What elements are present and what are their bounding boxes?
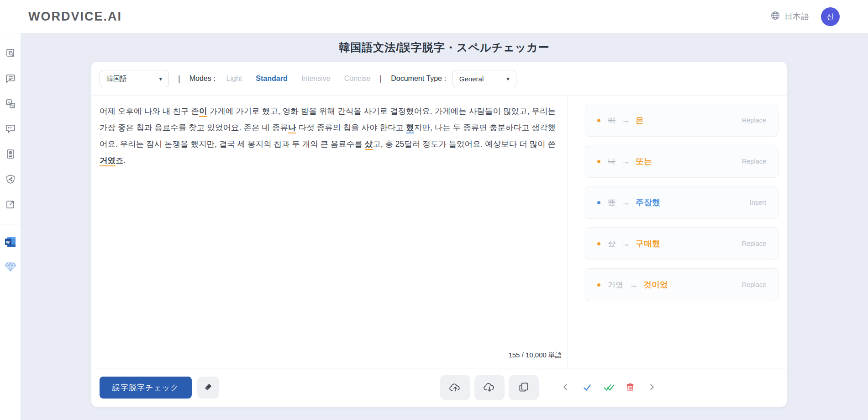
editor-text-segment: 어제 오후에 나와 내 친구 존 xyxy=(100,106,199,116)
mode-standard[interactable]: Standard xyxy=(256,74,287,83)
sidebar-item-proofreading[interactable] xyxy=(4,47,17,60)
cloud-upload-icon xyxy=(449,381,462,395)
document-type-select[interactable]: General ▾ xyxy=(452,70,516,87)
correction-mark[interactable]: 이 xyxy=(199,106,207,117)
trash-icon xyxy=(625,382,635,393)
page-title: 韓国語文法/誤字脱字・スペルチェッカー xyxy=(21,40,868,55)
mode-light[interactable]: Light xyxy=(226,74,242,83)
tools-sidebar: A 文 xyxy=(0,33,21,420)
suggestion-action-label[interactable]: Replace xyxy=(742,240,766,247)
user-avatar[interactable]: 신 xyxy=(821,7,840,26)
copy-icon xyxy=(518,381,530,394)
chevron-down-icon: ▾ xyxy=(501,75,510,82)
main-area: 韓国語文法/誤字脱字・スペルチェッカー 韓国語 ▾ | Modes : Ligh… xyxy=(21,33,868,407)
suggestion-card[interactable]: 나 → 또는 Replace xyxy=(585,145,779,178)
sidebar-item-summary[interactable] xyxy=(4,72,17,85)
cloud-download-icon xyxy=(483,381,496,395)
next-suggestion-button[interactable] xyxy=(646,382,658,393)
suggestion-original: 했 xyxy=(608,197,615,208)
upload-button[interactable] xyxy=(440,375,470,400)
suggestion-bullet xyxy=(597,283,600,287)
svg-text:文: 文 xyxy=(11,104,15,108)
suggestion-card[interactable]: 샀 → 구매했 Replace xyxy=(585,227,779,260)
suggestion-replacement: 것이었 xyxy=(643,279,668,290)
language-select-value: 韓国語 xyxy=(106,74,127,83)
suggestion-action-label[interactable]: Replace xyxy=(742,281,766,288)
arrow-right-icon: → xyxy=(621,239,630,249)
suggestion-action-label[interactable]: Replace xyxy=(742,158,766,165)
ui-language-label: 日本語 xyxy=(784,11,809,22)
sidebar-item-ai-detector[interactable] xyxy=(4,173,17,186)
correction-mark[interactable]: 샀 xyxy=(365,139,373,150)
clear-text-button[interactable] xyxy=(197,377,219,399)
suggestion-action-label[interactable]: Insert xyxy=(750,199,766,206)
actions-footer: 誤字脱字チェック xyxy=(91,368,787,407)
word-count: 155 / 10,000 単語 xyxy=(508,351,562,360)
double-check-icon xyxy=(603,382,614,393)
arrow-right-icon: → xyxy=(629,280,637,290)
sidebar-item-translate[interactable]: A 文 xyxy=(4,97,17,110)
editor-text[interactable]: 어제 오후에 나와 내 친구 존이 가게에 가기로 했고, 영화 밤을 위해 간… xyxy=(100,103,556,169)
quote-bubble-icon xyxy=(5,123,16,134)
toolbar-separator: | xyxy=(380,74,382,84)
copy-button[interactable] xyxy=(509,375,539,400)
suggestion-replacement: 은 xyxy=(636,115,644,126)
suggestion-bullet xyxy=(597,201,600,204)
eraser-icon xyxy=(203,382,213,393)
suggestions-list: 이 → 은 Replace 나 → 또는 Replace 했 → 주장했 Ins… xyxy=(568,96,787,368)
sidebar-item-word-addin[interactable]: w xyxy=(4,235,17,248)
suggestion-original: 나 xyxy=(608,156,615,167)
correction-mark[interactable]: 했 xyxy=(406,123,414,133)
chevron-right-icon xyxy=(647,383,656,393)
avatar-initial: 신 xyxy=(826,11,834,22)
suggestion-card[interactable]: 했 → 주장했 Insert xyxy=(585,186,779,219)
translate-icon: A 文 xyxy=(5,98,16,109)
delete-suggestion-button[interactable] xyxy=(624,382,636,393)
ui-language-switcher[interactable]: 日本語 xyxy=(770,11,809,23)
sidebar-item-external[interactable] xyxy=(4,198,17,211)
language-select[interactable]: 韓国語 ▾ xyxy=(100,70,169,87)
suggestion-bullet xyxy=(597,160,600,163)
arrow-right-icon: → xyxy=(621,157,630,166)
review-nav-group xyxy=(560,382,658,393)
document-type-label: Document Type : xyxy=(391,74,446,83)
chevron-down-icon: ▾ xyxy=(153,75,162,82)
external-link-icon xyxy=(5,199,16,210)
accept-suggestion-button[interactable] xyxy=(581,382,593,393)
suggestion-action-label[interactable]: Replace xyxy=(742,117,766,124)
previous-suggestion-button[interactable] xyxy=(560,382,572,393)
editor-text-segment: 고, 총 25달러 정도가 들었어요. 예상보다 더 많이 쓴 xyxy=(373,139,556,149)
suggestion-bullet xyxy=(597,119,600,122)
svg-text:w: w xyxy=(5,239,10,245)
correction-mark[interactable]: 거였 xyxy=(100,156,116,166)
editor-panel[interactable]: 어제 오후에 나와 내 친구 존이 가게에 가기로 했고, 영화 밤을 위해 간… xyxy=(91,96,568,368)
mode-concise[interactable]: Concise xyxy=(344,74,371,83)
suggestion-replacement: 또는 xyxy=(636,156,652,167)
download-button[interactable] xyxy=(474,375,505,400)
check-icon xyxy=(582,382,592,393)
document-type-select-value: General xyxy=(459,75,484,83)
arrow-right-icon: → xyxy=(621,116,630,125)
modes-group: LightStandardIntensiveConcise xyxy=(226,74,371,83)
accept-all-suggestions-button[interactable] xyxy=(603,382,615,393)
arrow-right-icon: → xyxy=(621,198,630,207)
suggestion-replacement: 주장했 xyxy=(636,197,660,208)
correction-mark[interactable]: 나 xyxy=(288,123,296,133)
sidebar-item-paraphrasing[interactable] xyxy=(4,122,17,135)
sidebar-item-premium[interactable] xyxy=(4,261,17,273)
mode-intensive[interactable]: Intensive xyxy=(301,74,331,83)
app-header: WORDVICE.AI 日本語 신 xyxy=(0,0,868,33)
sidebar-item-plagiarism-check[interactable] xyxy=(4,148,17,160)
chevron-left-icon xyxy=(562,383,570,393)
editor-text-segment: 다섯 종류의 칩을 사야 한다고 xyxy=(296,123,406,132)
suggestion-bullet xyxy=(597,242,600,245)
globe-icon xyxy=(770,11,780,23)
notes-icon xyxy=(5,73,16,84)
wordvice-logo[interactable]: WORDVICE.AI xyxy=(28,10,122,24)
suggestion-card[interactable]: 거였 → 것이었 Replace xyxy=(585,268,779,301)
document-check-icon xyxy=(5,149,16,159)
suggestion-card[interactable]: 이 → 은 Replace xyxy=(585,104,779,137)
spell-check-button[interactable]: 誤字脱字チェック xyxy=(100,377,192,399)
suggestion-replacement: 구매했 xyxy=(636,238,660,249)
shield-icon xyxy=(5,174,16,185)
